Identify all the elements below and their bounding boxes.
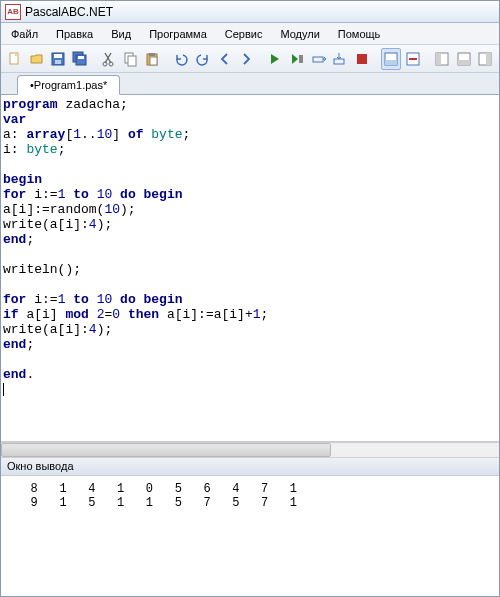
save-all-button[interactable]	[70, 48, 90, 70]
editor-h-scrollbar[interactable]	[1, 442, 499, 458]
svg-rect-24	[458, 60, 470, 65]
tab-label: •Program1.pas*	[30, 79, 107, 91]
svg-rect-17	[357, 54, 367, 64]
menu-сервис[interactable]: Сервис	[221, 26, 267, 42]
svg-rect-15	[313, 57, 323, 62]
menu-программа[interactable]: Программа	[145, 26, 211, 42]
paste-button[interactable]	[142, 48, 162, 70]
menu-вид[interactable]: Вид	[107, 26, 135, 42]
layout-pane-button-4[interactable]	[454, 48, 474, 70]
run-no-debug-button[interactable]	[287, 48, 307, 70]
svg-rect-6	[78, 56, 84, 59]
svg-rect-2	[54, 54, 62, 58]
step-over-button[interactable]	[309, 48, 329, 70]
step-into-button[interactable]	[330, 48, 350, 70]
svg-rect-22	[436, 53, 441, 65]
nav-forward-button[interactable]	[236, 48, 256, 70]
app-window: AB PascalABC.NET ФайлПравкаВидПрограммаС…	[0, 0, 500, 597]
layout-pane-button-1[interactable]	[381, 48, 401, 70]
code-editor[interactable]: program zadacha; var a: array[1..10] of …	[1, 95, 499, 442]
output-title: Окно вывода	[7, 460, 74, 472]
svg-rect-12	[149, 53, 155, 56]
layout-pane-button-5[interactable]	[475, 48, 495, 70]
svg-rect-16	[334, 59, 344, 64]
svg-rect-13	[150, 57, 157, 65]
open-button[interactable]	[27, 48, 47, 70]
layout-pane-button-2[interactable]	[403, 48, 423, 70]
tab-program1[interactable]: •Program1.pas*	[17, 75, 120, 95]
svg-rect-10	[128, 56, 136, 66]
run-button[interactable]	[265, 48, 285, 70]
copy-button[interactable]	[121, 48, 141, 70]
redo-button[interactable]	[193, 48, 213, 70]
save-button[interactable]	[48, 48, 68, 70]
undo-button[interactable]	[171, 48, 191, 70]
titlebar: AB PascalABC.NET	[1, 1, 499, 23]
toolbar	[1, 45, 499, 73]
menu-файл[interactable]: Файл	[7, 26, 42, 42]
svg-rect-14	[299, 55, 303, 63]
app-title: PascalABC.NET	[25, 5, 113, 19]
svg-rect-0	[10, 53, 18, 64]
stop-button[interactable]	[352, 48, 372, 70]
layout-pane-button-3[interactable]	[432, 48, 452, 70]
cut-button[interactable]	[99, 48, 119, 70]
svg-rect-19	[385, 60, 397, 65]
app-icon: AB	[5, 4, 21, 20]
menubar: ФайлПравкаВидПрограммаСервисМодулиПомощь	[1, 23, 499, 45]
menu-правка[interactable]: Правка	[52, 26, 97, 42]
output-panel-header: Окно вывода	[1, 458, 499, 476]
svg-rect-3	[55, 60, 61, 64]
output-panel[interactable]: 8 1 4 1 0 5 6 4 7 1 9 1 5 1 1 5 7 5 7 1	[1, 476, 499, 596]
menu-помощь[interactable]: Помощь	[334, 26, 385, 42]
new-file-button[interactable]	[5, 48, 25, 70]
scrollbar-thumb[interactable]	[1, 443, 331, 457]
menu-модули[interactable]: Модули	[276, 26, 323, 42]
tab-bar: •Program1.pas*	[1, 73, 499, 95]
svg-rect-26	[486, 53, 491, 65]
nav-back-button[interactable]	[215, 48, 235, 70]
